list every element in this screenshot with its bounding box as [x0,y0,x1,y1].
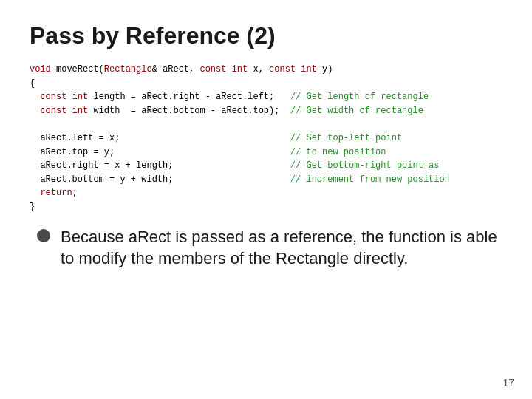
bullet-section: Because aRect is passed as a reference, … [30,226,502,270]
from-text: from [359,174,381,185]
code-line-5 [30,117,502,132]
code-line-3: const int length = aRect.right - aRect.l… [30,90,502,104]
code-block: void moveRect(Rectangle& aRect, const in… [30,63,502,214]
code-line-9: aRect.bottom = y + width; // increment f… [30,173,502,187]
page-number: 17 [502,377,514,389]
code-line-6: aRect.left = x; // Set top-left point [30,132,502,146]
code-line-4: const int width = aRect.bottom - aRect.t… [30,104,502,118]
bullet-icon [37,229,50,242]
code-line-1: void moveRect(Rectangle& aRect, const in… [30,63,502,77]
code-line-11: } [30,200,502,214]
code-line-2: { [30,77,502,91]
code-line-8: aRect.right = x + length; // Get bottom-… [30,159,502,173]
code-line-10: return; [30,186,502,200]
bullet-text: Because aRect is passed as a reference, … [61,226,502,270]
slide: Pass by Reference (2) void moveRect(Rect… [0,0,532,399]
code-line-7: aRect.top = y; // to new position [30,146,502,160]
slide-title: Pass by Reference (2) [30,22,502,50]
